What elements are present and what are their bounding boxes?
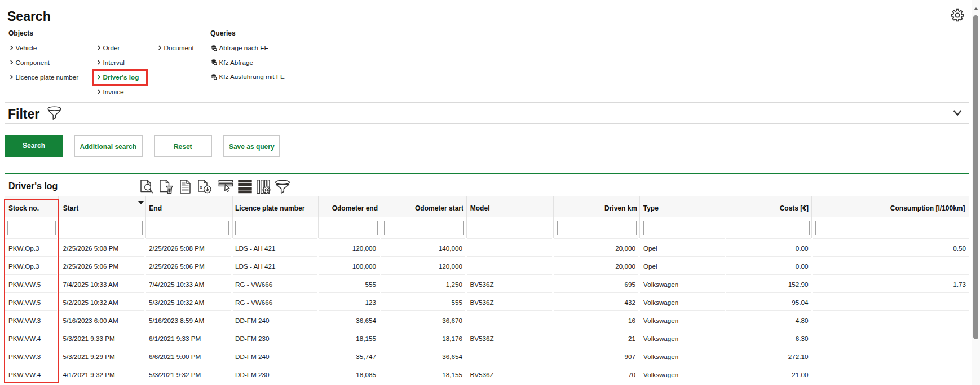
svg-text:x: x [200,184,202,190]
